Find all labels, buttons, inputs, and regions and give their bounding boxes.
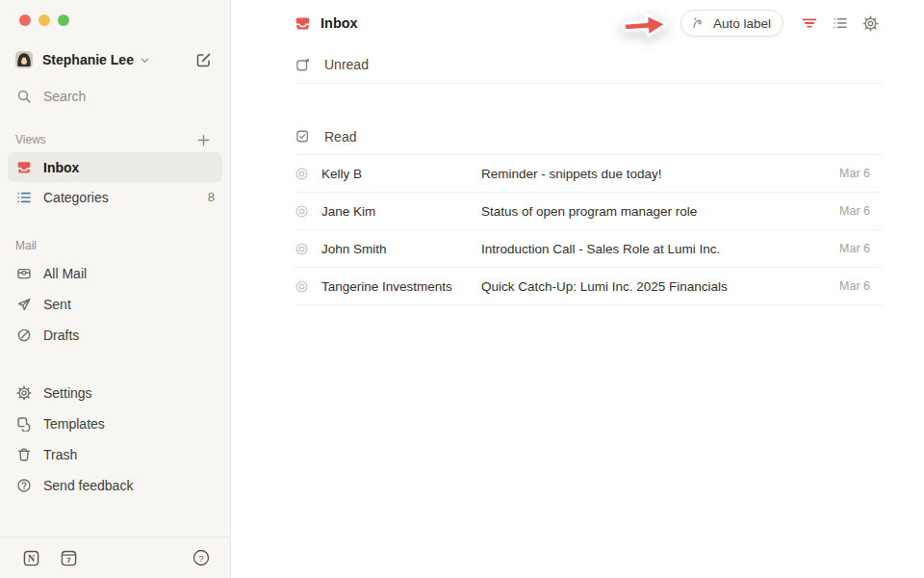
search-icon [15,89,32,105]
sidebar-item-templates[interactable]: Templates [8,408,222,439]
email-sender: Tangerine Investments [321,279,470,294]
sent-icon [15,297,32,313]
close-window-button[interactable] [19,14,31,26]
sidebar-item-all-mail[interactable]: All Mail [8,258,222,289]
chevron-down-icon [140,55,150,66]
categories-count-badge: 8 [208,190,215,204]
read-status-icon[interactable] [295,167,310,181]
filter-icon[interactable] [800,14,818,33]
sidebar-item-categories[interactable]: Categories 8 [8,182,222,212]
email-subject: Reminder - snippets due today! [481,167,828,181]
sidebar-item-label: Inbox [43,160,79,175]
read-section-header[interactable]: Read [231,118,924,154]
sidebar-item-inbox[interactable]: Inbox [8,152,222,182]
all-mail-icon [15,266,32,282]
auto-label-button-label: Auto label [713,16,771,31]
mail-section-header: Mail [0,233,230,258]
email-date: Mar 6 [839,279,870,293]
window-controls [0,0,230,27]
email-row[interactable]: Kelly B Reminder - snippets due today! M… [231,155,924,192]
inbox-header-icon [295,15,311,32]
main-header: Inbox Auto label [231,0,924,46]
divider [295,304,882,305]
sidebar-item-settings[interactable]: Settings [8,378,222,408]
auto-label-button[interactable]: Auto label [680,10,783,37]
inbox-icon [15,159,32,175]
email-date: Mar 6 [839,204,870,218]
email-row[interactable]: John Smith Introduction Call - Sales Rol… [231,230,924,267]
page-title: Inbox [321,15,358,31]
sidebar-item-label: Settings [43,385,92,401]
app-window: Stephanie Lee Search Views [0,0,924,578]
sidebar-item-drafts[interactable]: Drafts [8,320,222,351]
unread-icon [295,57,311,73]
email-row[interactable]: Jane Kim Status of open program manager … [231,193,924,229]
search-input[interactable]: Search [8,81,222,112]
svg-text:7: 7 [66,556,71,565]
sidebar-item-label: Drafts [43,328,79,343]
compose-button[interactable] [192,48,215,71]
sidebar-item-sent[interactable]: Sent [8,289,222,320]
annotation-arrow-icon [618,7,673,43]
account-switcher[interactable]: Stephanie Lee [8,44,222,75]
templates-icon [15,416,32,433]
sidebar-footer: N 7 ? [0,537,230,578]
search-placeholder: Search [43,89,86,104]
sidebar-item-send-feedback[interactable]: Send feedback [8,470,222,501]
categories-icon [15,189,32,205]
unread-section-label: Unread [324,57,369,72]
drafts-icon [15,328,32,344]
user-avatar [15,51,33,68]
email-subject: Introduction Call - Sales Role at Lumi I… [481,242,828,256]
add-view-button[interactable] [192,128,215,151]
read-status-icon[interactable] [295,204,310,219]
auto-label-icon [691,15,706,31]
sidebar-item-label: Sent [43,297,71,312]
gear-icon [15,385,32,402]
notion-app-icon[interactable]: N [19,546,42,569]
email-sender: John Smith [321,242,470,256]
main-content: Inbox Auto label [231,0,924,578]
list-view-icon[interactable] [831,14,849,33]
sidebar-item-label: All Mail [43,266,87,281]
unread-section-header[interactable]: Unread [231,46,924,83]
minimize-window-button[interactable] [38,14,50,26]
sidebar-item-label: Send feedback [43,478,133,493]
sidebar-item-label: Trash [43,447,77,462]
calendar-app-icon[interactable]: 7 [57,546,80,569]
user-name: Stephanie Lee [42,52,134,67]
trash-icon [15,447,32,463]
email-date: Mar 6 [839,167,870,180]
email-sender: Jane Kim [321,204,470,219]
views-section-header: Views [0,127,230,152]
email-subject: Quick Catch-Up: Lumi Inc. 2025 Financial… [481,279,828,294]
email-subject: Status of open program manager role [481,204,828,219]
read-status-icon[interactable] [295,242,310,256]
sidebar-item-label: Templates [43,416,105,432]
help-icon[interactable]: ? [190,546,213,569]
svg-text:?: ? [198,553,203,564]
read-status-icon[interactable] [295,279,310,294]
read-section-label: Read [324,129,356,144]
sidebar: Stephanie Lee Search Views [0,0,231,578]
email-date: Mar 6 [839,242,870,255]
svg-text:N: N [27,552,35,563]
view-settings-gear-icon[interactable] [861,14,880,33]
email-sender: Kelly B [321,167,470,181]
read-checkbox-icon [295,128,311,144]
sidebar-item-label: Categories [43,190,109,205]
zoom-window-button[interactable] [58,14,69,26]
sidebar-item-trash[interactable]: Trash [8,439,222,470]
email-row[interactable]: Tangerine Investments Quick Catch-Up: Lu… [231,268,924,304]
feedback-question-icon [15,478,32,494]
